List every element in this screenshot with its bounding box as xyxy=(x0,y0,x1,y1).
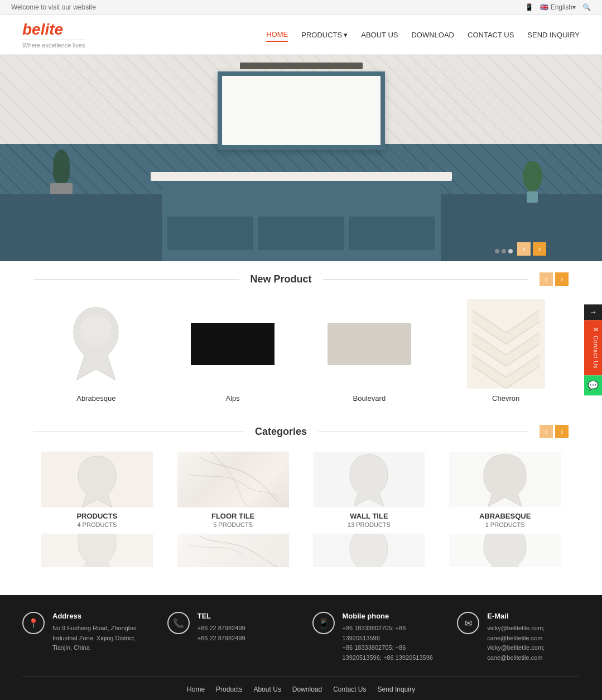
footer: 📍 Address No.9 Fusheng Road, Zhongbei In… xyxy=(0,595,602,700)
hero-next-button[interactable]: › xyxy=(533,242,546,256)
footer-tel: 📞 TEL +86 22 87982499+86 22 87982499 xyxy=(167,612,290,663)
footer-link-download[interactable]: Download xyxy=(292,685,322,693)
sidebar-contact-button[interactable]: ✉ Contact Us xyxy=(584,320,602,375)
product-chevron-name: Chevron xyxy=(492,394,519,402)
logo[interactable]: belite Where excellence lives xyxy=(22,21,85,49)
footer-link-products[interactable]: Products xyxy=(216,685,242,693)
products-grid: Abrabesque Alps Boulevard xyxy=(33,299,569,402)
categories-prev-button[interactable]: ‹ xyxy=(540,425,553,438)
footer-link-contact[interactable]: Contact Us xyxy=(333,685,366,693)
topbar: Welcome to visit our website 📱 🇬🇧 Englis… xyxy=(0,0,602,15)
new-product-section: New Product ‹ › Abrabesque Alps xyxy=(0,261,602,414)
dot-prev xyxy=(495,249,499,253)
footer-address: 📍 Address No.9 Fusheng Road, Zhongbei In… xyxy=(22,612,145,663)
product-alps[interactable]: Alps xyxy=(182,299,283,402)
welcome-text: Welcome to visit our website xyxy=(11,3,96,11)
footer-email: ✉ E-Mail vicky@belitetile.com;cane@belit… xyxy=(457,612,580,663)
footer-link-home[interactable]: Home xyxy=(187,685,205,693)
footer-mobile: 📱 Mobile phone +86 18333802705; +86 1392… xyxy=(312,612,435,663)
search-icon[interactable]: 🔍 xyxy=(582,3,591,11)
header: belite Where excellence lives HOME PRODU… xyxy=(0,15,602,55)
chevron-shape xyxy=(467,299,545,389)
svg-rect-2 xyxy=(189,452,278,507)
hero-prev-button[interactable]: ‹ xyxy=(517,242,531,256)
tel-text: +86 22 87982499+86 22 87982499 xyxy=(198,624,245,643)
categories-title: Categories xyxy=(244,426,318,438)
product-boulevard-name: Boulevard xyxy=(353,394,386,402)
new-product-prev-button[interactable]: ‹ xyxy=(540,272,553,286)
footer-link-inquiry[interactable]: Send Inquiry xyxy=(378,685,415,693)
nav-download[interactable]: DOWNLOAD xyxy=(411,28,454,41)
product-boulevard[interactable]: Boulevard xyxy=(319,299,420,402)
sidebar-arrow-button[interactable]: → xyxy=(584,304,602,320)
categories-next-button[interactable]: › xyxy=(555,425,569,438)
main-nav: HOME PRODUCTS ▾ ABOUT US DOWNLOAD CONTAC… xyxy=(266,28,580,42)
categories-grid: PRODUCTS 4 PRODUCTS FLOOR TILE 5 PRODUCT… xyxy=(33,452,569,528)
tel-icon: 📞 xyxy=(167,612,190,634)
address-title: Address xyxy=(52,612,145,620)
nav-about[interactable]: ABOUT US xyxy=(361,28,398,41)
dot-active xyxy=(502,249,506,253)
footer-links: Home Products About Us Download Contact … xyxy=(22,677,580,700)
mobile-title: Mobile phone xyxy=(343,612,435,620)
category-abrabesque-name: ABRABESQUE xyxy=(449,512,561,520)
new-product-title: New Product xyxy=(239,274,323,285)
hero-nav xyxy=(495,249,513,253)
logo-text: belite xyxy=(22,21,85,39)
hero-banner: ‹ › xyxy=(0,55,602,261)
tel-title: TEL xyxy=(198,612,245,620)
address-icon: 📍 xyxy=(22,612,45,634)
email-title: E-Mail xyxy=(487,612,545,620)
email-text: vicky@belitetile.com;cane@belitetile.com… xyxy=(487,624,545,663)
nav-inquiry[interactable]: SEND INQUIRY xyxy=(527,28,580,41)
category-abrabesque-count: 1 PRODUCTS xyxy=(449,521,561,528)
nav-home[interactable]: HOME xyxy=(266,28,288,42)
alps-shape xyxy=(191,323,274,365)
logo-tagline: Where excellence lives xyxy=(22,40,85,49)
dropdown-arrow-icon: ▾ xyxy=(344,31,348,39)
category-wall-tile[interactable]: WALL TILE 13 PRODUCTS xyxy=(313,452,425,528)
category-products-name: PRODUCTS xyxy=(41,512,153,520)
category-floor-tile[interactable]: FLOOR TILE 5 PRODUCTS xyxy=(177,452,289,528)
category-products-count: 4 PRODUCTS xyxy=(41,521,153,528)
sidebar-contact: → ✉ Contact Us 💬 xyxy=(584,304,602,395)
footer-info: 📍 Address No.9 Fusheng Road, Zhongbei In… xyxy=(22,612,580,677)
product-arabesque[interactable]: Abrabesque xyxy=(46,299,146,402)
product-chevron[interactable]: Chevron xyxy=(456,299,556,402)
category-wall-tile-name: WALL TILE xyxy=(313,512,425,520)
mobile-icon: 📱 xyxy=(312,612,335,634)
product-alps-name: Alps xyxy=(225,394,239,402)
dot-next xyxy=(508,249,513,253)
boulevard-shape xyxy=(328,323,411,365)
category-abrabesque[interactable]: ABRABESQUE 1 PRODUCTS xyxy=(449,452,561,528)
new-product-next-button[interactable]: › xyxy=(555,272,569,286)
svg-point-0 xyxy=(80,314,112,346)
footer-link-about[interactable]: About Us xyxy=(253,685,281,693)
categories-second-row xyxy=(33,534,569,567)
email-icon: ✉ xyxy=(457,612,479,634)
categories-section: Categories ‹ › PRODUCTS 4 PRODUCTS xyxy=(0,414,602,578)
product-arabesque-name: Abrabesque xyxy=(76,394,115,402)
category-products[interactable]: PRODUCTS 4 PRODUCTS xyxy=(41,452,153,528)
nav-products[interactable]: PRODUCTS ▾ xyxy=(301,28,348,41)
category-wall-tile-count: 13 PRODUCTS xyxy=(313,521,425,528)
sidebar-whatsapp-button[interactable]: 💬 xyxy=(584,376,602,396)
arabesque-shape xyxy=(62,302,129,386)
lang-selector[interactable]: 🇬🇧 English▾ xyxy=(540,3,576,11)
category-floor-tile-name: FLOOR TILE xyxy=(177,512,289,520)
mobile-icon: 📱 xyxy=(525,3,533,11)
mobile-text: +86 18333802705; +86 13920513596+86 1833… xyxy=(343,624,435,663)
address-text: No.9 Fusheng Road, Zhongbei Industrial Z… xyxy=(52,624,145,653)
nav-contact[interactable]: CONTACT US xyxy=(468,28,514,41)
category-floor-tile-count: 5 PRODUCTS xyxy=(177,521,289,528)
